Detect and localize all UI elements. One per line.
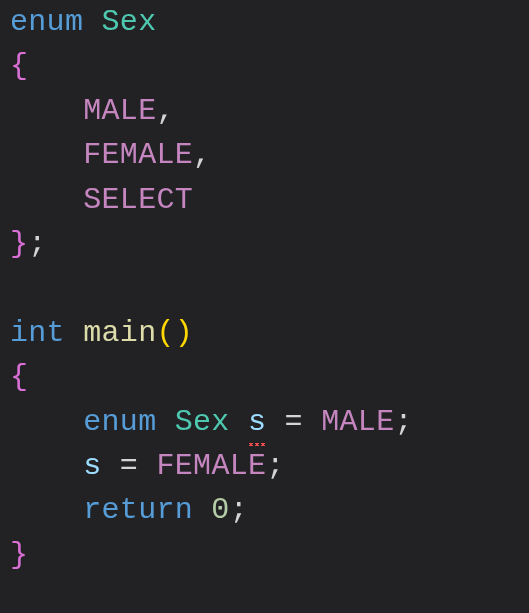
ref-female: FEMALE bbox=[156, 449, 266, 483]
enum-female: FEMALE bbox=[83, 138, 193, 172]
number-zero: 0 bbox=[211, 493, 229, 527]
comma: , bbox=[193, 138, 211, 172]
keyword-return: return bbox=[83, 493, 193, 527]
semicolon: ; bbox=[266, 449, 284, 483]
semicolon: ; bbox=[28, 227, 46, 261]
brace-open: { bbox=[10, 360, 28, 394]
semicolon: ; bbox=[394, 405, 412, 439]
type-sex: Sex bbox=[175, 405, 230, 439]
semicolon: ; bbox=[230, 493, 248, 527]
equals-operator: = bbox=[285, 405, 303, 439]
brace-open: { bbox=[10, 49, 28, 83]
brace-close: } bbox=[10, 227, 28, 261]
variable-s: s bbox=[83, 449, 101, 483]
keyword-enum: enum bbox=[83, 405, 156, 439]
equals-operator: = bbox=[120, 449, 138, 483]
keyword-int: int bbox=[10, 316, 65, 350]
paren-close: ) bbox=[175, 316, 193, 350]
type-sex: Sex bbox=[102, 5, 157, 39]
keyword-enum: enum bbox=[10, 5, 83, 39]
brace-close: } bbox=[10, 538, 28, 572]
code-editor[interactable]: enum Sex { MALE, FEMALE, SELECT }; int m… bbox=[0, 0, 529, 577]
function-main: main bbox=[83, 316, 156, 350]
comma: , bbox=[156, 94, 174, 128]
enum-male: MALE bbox=[83, 94, 156, 128]
paren-open: ( bbox=[156, 316, 174, 350]
enum-select: SELECT bbox=[83, 183, 193, 217]
variable-s: s bbox=[248, 405, 266, 439]
ref-male: MALE bbox=[321, 405, 394, 439]
